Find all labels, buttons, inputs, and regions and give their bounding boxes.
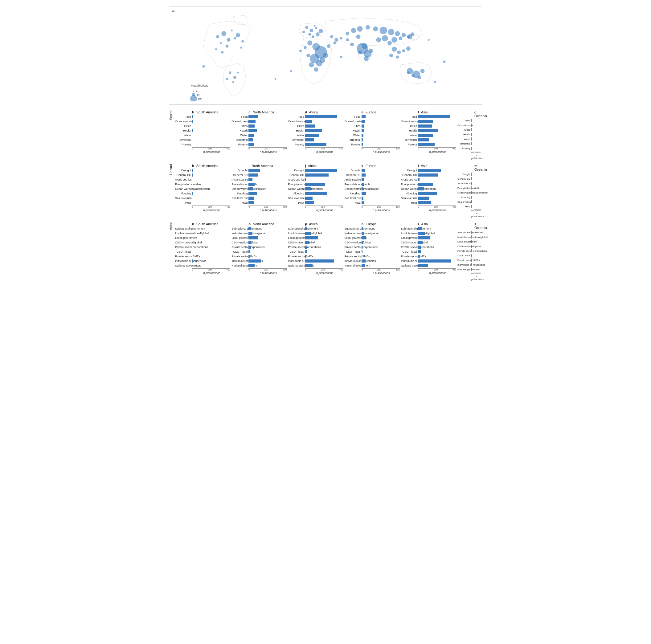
bar-label: CSO—national/global [458,245,471,248]
chart-title-e: e Europe [345,110,401,114]
bar-label: Precipitation variable [175,183,192,186]
chart-panel-d: d AfricaFoodOcean/coastalCitiesHealthWat… [288,110,344,160]
bar-fill [362,187,363,190]
bar-fill [248,236,258,239]
bar-fill [471,128,472,131]
bar-label: Poverty [401,143,418,146]
bar-track [305,143,343,146]
bar-fill [418,138,429,141]
bar-label: Private sector SMEs [345,255,362,258]
bar-fill [192,264,192,267]
bar-row: Health [248,128,287,133]
bar-row: Cities [192,124,230,128]
figure-container: a [169,6,482,281]
bar-track [471,133,481,136]
bar-row: Ocean warming/acidification [362,187,400,191]
bar-track [305,241,343,244]
bar-label: Subnational government [175,227,192,230]
bar-chart-s: Subnational governmentInstitutions—natio… [458,230,482,271]
bar-row: Food [418,115,456,119]
bar-track [362,134,400,137]
bar-label: Ocean warming/acidification [345,187,362,190]
bar-label: Ocean warming/acidification [401,187,418,190]
bar-chart-h: DroughtGeneral CCArctic sea icePrecipita… [175,168,231,205]
x-ticks: 0200400 [248,147,287,150]
bar-track [362,178,400,181]
svg-point-32 [314,67,318,72]
bar-label: Flooding [288,192,305,195]
chart-title-f: f Asia [401,110,458,114]
x-tick: 200 [208,205,212,208]
x-tick: 200 [208,268,212,271]
bar-fill [418,192,437,195]
bar-track [305,120,343,123]
bar-row: Arctic sea ice [248,178,287,182]
bar-fill [418,178,420,181]
bar-row: Cities [305,124,343,128]
bar-row: Arctic sea ice [305,178,343,182]
svg-point-77 [407,71,410,74]
bar-track [305,178,343,181]
bar-track [418,259,456,262]
bar-label: Drought [288,169,305,172]
x-axis-g: 0200400 [458,151,482,154]
bar-track [248,173,287,176]
bar-fill [248,169,260,172]
panel-a-label: a [172,8,175,13]
chart-panel-m: m OceaniaDroughtGeneral CCArctic sea ice… [458,164,482,218]
bar-track [305,173,343,176]
bar-label: General CC [401,173,418,176]
svg-point-57 [392,37,397,42]
panel-id-m: m [474,164,477,168]
bar-chart-c: FoodOcean/coastalCitiesHealthWaterTerres… [231,115,288,147]
bar-track [362,236,400,239]
bar-row: Heat [362,201,400,205]
panel-id-g: g [474,110,476,114]
bar-row: Ocean/coastal [418,119,456,124]
bar-row: Poverty [418,142,456,147]
bar-row: National government [471,267,481,271]
bar-label: Poverty [175,143,192,146]
bar-track [471,263,481,266]
bar-track [471,249,481,252]
svg-point-35 [323,53,328,58]
bar-row: Water [305,133,343,137]
svg-point-19 [315,27,317,29]
bar-label: National government [288,264,305,267]
bar-track [248,183,287,186]
bar-label: Health [231,129,248,132]
bar-row: CSO—national/global [192,240,230,245]
bar-track [248,134,287,137]
x-axis-k: 0200400 [345,205,401,208]
bar-fill [248,255,250,258]
bar-row: Cities [248,124,287,128]
bar-row: Water [471,137,481,141]
bar-label: Private sector SMEs [231,255,248,258]
bar-row: Drought [471,172,481,176]
chart-title-c: c North America [231,110,288,114]
x-tick: 0 [418,205,419,208]
chart-panel-e: e EuropeFoodOcean/coastalCitiesHealthWat… [345,110,401,160]
x-tick: 400 [477,272,481,275]
svg-point-71 [396,56,399,59]
x-tick: 400 [226,147,230,150]
bar-chart-p: Subnational governmentInstitutions—natio… [288,226,344,268]
sector-row: Sector b South AmericaFoodOcean/coastalC… [169,110,482,160]
bar-row: CSO—national/global [305,240,343,245]
chart-title-b: b South America [175,110,231,114]
bar-row: Flooding [192,191,230,196]
bar-label: Local government [231,236,248,239]
panels-row: b South AmericaFoodOcean/coastalCitiesHe… [175,110,482,160]
bar-fill [192,192,193,195]
bar-track [192,143,230,146]
bar-row: National government [418,263,456,268]
bar-row: Terrestrial [192,138,230,142]
bar-row: General CC [418,173,456,177]
bar-fill [192,197,192,200]
bar-track [362,232,400,235]
bar-row: Arctic sea ice [418,178,456,182]
svg-point-81 [202,65,205,67]
bar-track [362,192,400,195]
bar-row: Flooding [362,191,400,196]
chart-title-r: r Asia [401,222,458,226]
